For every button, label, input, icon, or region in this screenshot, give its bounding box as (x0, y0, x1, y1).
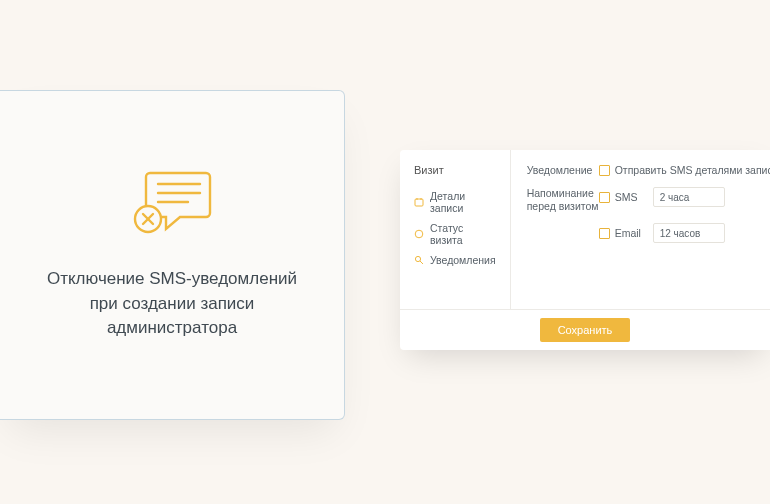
checkbox-send-sms-details[interactable]: Отправить SMS деталями записи (599, 164, 770, 176)
info-card: Отключение SMS-уведомлений при создании … (0, 90, 345, 420)
sidebar-item-label: Статус визита (430, 222, 496, 246)
checkbox-icon (599, 228, 610, 239)
label-reminder: Напоминание перед визитом (527, 187, 599, 213)
calendar-icon (414, 197, 424, 207)
checkbox-icon (599, 165, 610, 176)
checkbox-label: SMS (615, 191, 638, 203)
info-card-title: Отключение SMS-уведомлений при создании … (42, 267, 302, 341)
svg-line-11 (420, 261, 423, 264)
checkbox-email[interactable]: Email (599, 227, 641, 239)
sidebar-item-details[interactable]: Детали записи (400, 186, 510, 218)
row-reminder-sms: Напоминание перед визитом SMS 2 часа (527, 187, 770, 213)
settings-sidebar: Визит Детали записи Статус визита (400, 150, 511, 309)
checkbox-sms[interactable]: SMS (599, 191, 641, 203)
settings-main: Уведомление Отправить SMS деталями запис… (511, 150, 770, 309)
chat-disabled-icon (130, 169, 214, 245)
sidebar-section-title: Визит (400, 164, 510, 186)
svg-point-10 (415, 256, 420, 261)
settings-footer: Сохранить (400, 309, 770, 350)
sidebar-item-label: Детали записи (430, 190, 496, 214)
checkbox-label: Email (615, 227, 641, 239)
checkbox-icon (599, 192, 610, 203)
search-icon (414, 255, 424, 265)
select-email-time[interactable]: 12 часов (653, 223, 725, 243)
sidebar-item-label: Уведомления (430, 254, 496, 266)
row-notification: Уведомление Отправить SMS деталями запис… (527, 164, 770, 177)
checkbox-label: Отправить SMS деталями записи (615, 164, 770, 176)
label-notification: Уведомление (527, 164, 599, 177)
settings-panel: Визит Детали записи Статус визита (400, 150, 770, 350)
settings-panel-body: Визит Детали записи Статус визита (400, 150, 770, 309)
sidebar-item-status[interactable]: Статус визита (400, 218, 510, 250)
row-reminder-email: Email 12 часов (527, 223, 770, 243)
select-sms-time[interactable]: 2 часа (653, 187, 725, 207)
sidebar-item-notifications[interactable]: Уведомления (400, 250, 510, 270)
save-button[interactable]: Сохранить (540, 318, 631, 342)
svg-rect-6 (415, 199, 423, 206)
svg-point-9 (415, 230, 423, 238)
status-circle-icon (414, 229, 424, 239)
